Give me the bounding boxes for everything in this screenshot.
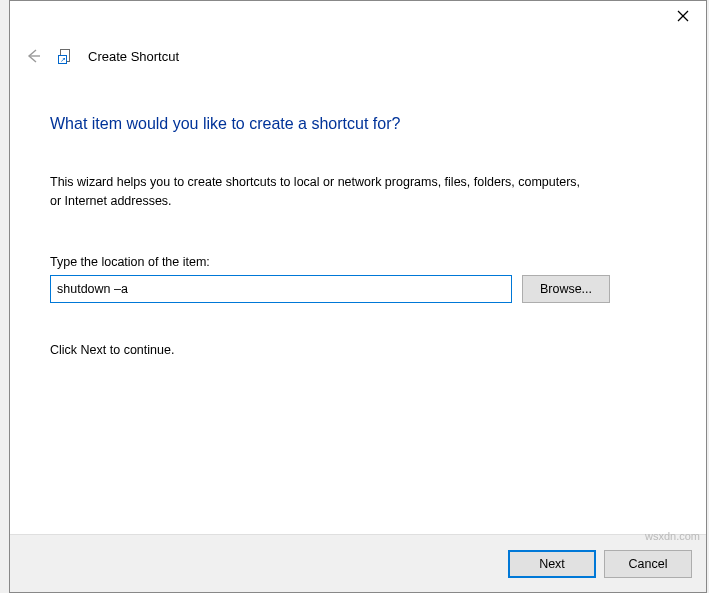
title-bar	[10, 1, 706, 37]
page-heading: What item would you like to create a sho…	[50, 115, 666, 133]
back-button[interactable]	[22, 45, 44, 67]
wizard-header: ↗ Create Shortcut	[10, 37, 706, 71]
wizard-title: Create Shortcut	[88, 49, 179, 64]
shortcut-icon: ↗	[58, 48, 74, 64]
create-shortcut-wizard: ↗ Create Shortcut What item would you li…	[9, 0, 707, 593]
close-icon	[677, 10, 689, 22]
location-row: Browse...	[50, 275, 666, 303]
close-button[interactable]	[660, 1, 706, 31]
location-label: Type the location of the item:	[50, 255, 666, 269]
next-button[interactable]: Next	[508, 550, 596, 578]
browse-button[interactable]: Browse...	[522, 275, 610, 303]
wizard-description: This wizard helps you to create shortcut…	[50, 173, 590, 211]
arrow-left-icon	[24, 47, 42, 65]
continue-hint: Click Next to continue.	[50, 343, 666, 357]
wizard-content: What item would you like to create a sho…	[10, 71, 706, 534]
cancel-button[interactable]: Cancel	[604, 550, 692, 578]
location-input[interactable]	[50, 275, 512, 303]
wizard-footer: Next Cancel	[10, 534, 706, 592]
